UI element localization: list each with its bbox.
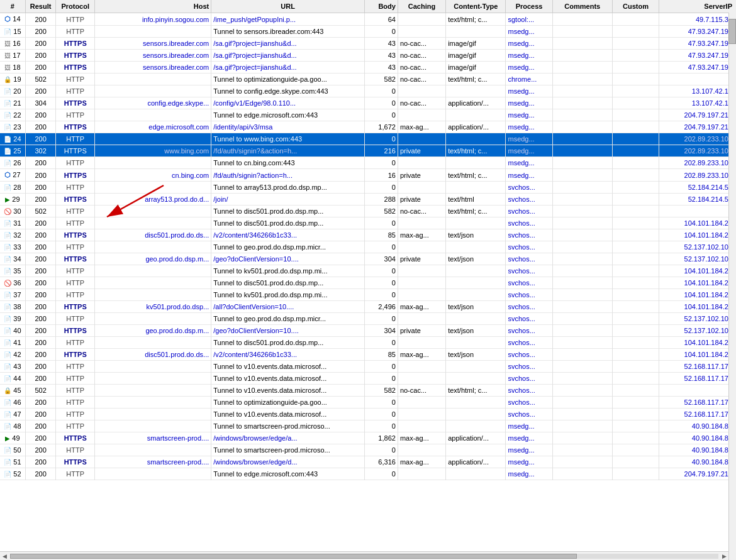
table-row[interactable]: 🖼 18200HTTPSsensors.ibreader.com/sa.gif?… — [0, 62, 736, 74]
cell-url: Tunnel to disc501.prod.do.dsp.mp... — [211, 337, 365, 349]
cell-body: 0 — [364, 373, 398, 385]
cell-protocol: HTTP — [56, 13, 94, 26]
col-header-url[interactable]: URL — [211, 0, 365, 13]
cell-num: 🖼 18 — [0, 62, 25, 74]
table-row[interactable]: 📄 15200HTTPTunnel to sensors.ibreader.co… — [0, 26, 736, 38]
scroll-right-button[interactable]: ▶ — [720, 553, 728, 559]
table-row[interactable]: 📄 32200HTTPSdisc501.prod.do.ds.../v2/con… — [0, 229, 736, 241]
col-header-comments[interactable]: Comments — [552, 0, 612, 13]
cell-protocol: HTTP — [56, 217, 94, 229]
hscrollbar-thumb[interactable] — [10, 554, 577, 559]
table-row[interactable]: 📄 33200HTTPTunnel to geo.prod.do.dsp.mp.… — [0, 241, 736, 253]
col-header-serverip[interactable]: ServerIP — [659, 0, 736, 13]
table-row[interactable]: 📄 41200HTTPTunnel to disc501.prod.do.dsp… — [0, 337, 736, 349]
vertical-scrollbar[interactable] — [728, 0, 736, 560]
cell-result: 200 — [25, 157, 56, 169]
table-row[interactable]: 📄 47200HTTPTunnel to v10.events.data.mic… — [0, 409, 736, 420]
cell-body: 0 — [364, 265, 398, 277]
table-row[interactable]: 📄 40200HTTPSgeo.prod.do.dsp.m.../geo?doC… — [0, 325, 736, 337]
table-row[interactable]: 📄 24200HTTPTunnel to www.bing.com:4430ms… — [0, 133, 736, 145]
col-header-result[interactable]: Result — [25, 0, 56, 13]
table-row[interactable]: 📄 50200HTTPTunnel to smartscreen-prod.mi… — [0, 444, 736, 456]
table-row[interactable]: 📄 42200HTTPSdisc501.prod.do.ds.../v2/con… — [0, 349, 736, 361]
table-row[interactable]: 📄 46200HTTPTunnel to optimizationguide-p… — [0, 397, 736, 409]
cell-protocol: HTTPS — [56, 325, 94, 337]
cell-url: /v2/content/346266b1c33... — [211, 349, 365, 361]
col-header-num[interactable]: # — [0, 0, 25, 13]
cell-serverip: 52.137.102.105 — [659, 325, 736, 337]
cell-num: 🚫 30 — [0, 206, 25, 217]
cell-content-type: image/gif — [446, 38, 506, 50]
cell-caching — [398, 13, 445, 26]
cell-protocol: HTTP — [56, 397, 94, 409]
table-row[interactable]: 📄 48200HTTPTunnel to smartscreen-prod.mi… — [0, 420, 736, 432]
cell-content-type — [446, 217, 506, 229]
table-row[interactable]: ⬡ 27200HTTPScn.bing.com/fd/auth/signin?a… — [0, 169, 736, 182]
cell-host — [94, 373, 211, 385]
cell-protocol: HTTP — [56, 133, 94, 145]
cell-caching — [398, 444, 445, 456]
col-header-body[interactable]: Body — [364, 0, 398, 13]
table-row[interactable]: 📄 28200HTTPTunnel to array513.prod.do.ds… — [0, 182, 736, 194]
cell-comments — [552, 169, 612, 182]
cell-custom — [612, 85, 659, 97]
col-header-content[interactable]: Content-Type — [446, 0, 506, 13]
cell-num: 📄 44 — [0, 373, 25, 385]
horizontal-scrollbar[interactable]: ◀ ▶ — [0, 551, 728, 560]
cell-protocol: HTTP — [56, 206, 94, 217]
table-row[interactable]: 📄 21304HTTPSconfig.edge.skype.../config/… — [0, 97, 736, 109]
cell-caching — [398, 409, 445, 420]
table-row[interactable]: 📄 38200HTTPSkv501.prod.do.dsp.../all?doC… — [0, 301, 736, 313]
cell-body: 0 — [364, 97, 398, 109]
table-row[interactable]: 🔒 19502HTTPTunnel to optimizationguide-p… — [0, 74, 736, 85]
col-header-custom[interactable]: Custom — [612, 0, 659, 13]
cell-comments — [552, 253, 612, 265]
table-row[interactable]: 🖼 16200HTTPSsensors.ibreader.com/sa.gif?… — [0, 38, 736, 50]
cell-process: msedg... — [506, 420, 552, 432]
table-row[interactable]: 🖼 17200HTTPSsensors.ibreader.com/sa.gif?… — [0, 50, 736, 62]
table-row[interactable]: ▶ 49200HTTPSsmartscreen-prod..../windows… — [0, 432, 736, 444]
cell-serverip: 104.101.184.20 — [659, 277, 736, 289]
cell-process: svchos... — [506, 409, 552, 420]
cell-caching — [398, 289, 445, 301]
cell-protocol: HTTP — [56, 361, 94, 373]
scroll-left-button[interactable]: ◀ — [0, 553, 9, 559]
table-row[interactable]: 📄 44200HTTPTunnel to v10.events.data.mic… — [0, 373, 736, 385]
col-header-protocol[interactable]: Protocol — [56, 0, 94, 13]
cell-caching: private — [398, 145, 445, 157]
table-row[interactable]: 📄 51200HTTPSsmartscreen-prod..../windows… — [0, 456, 736, 468]
table-row[interactable]: 📄 39200HTTPTunnel to geo.prod.do.dsp.mp.… — [0, 313, 736, 325]
table-row[interactable]: 📄 31200HTTPTunnel to disc501.prod.do.dsp… — [0, 217, 736, 229]
cell-custom — [612, 301, 659, 313]
table-row[interactable]: 🚫 30502HTTPTunnel to disc501.prod.do.dsp… — [0, 206, 736, 217]
cell-content-type: text/html; c... — [446, 385, 506, 397]
cell-serverip: 104.101.184.20 — [659, 349, 736, 361]
cell-content-type — [446, 468, 506, 480]
cell-custom — [612, 206, 659, 217]
table-row[interactable]: 📄 35200HTTPTunnel to kv501.prod.do.dsp.m… — [0, 265, 736, 277]
table-row[interactable]: 📄 26200HTTPTunnel to cn.bing.com:4430mse… — [0, 157, 736, 169]
cell-body: 0 — [364, 313, 398, 325]
table-row[interactable]: 📄 25302HTTPSwww.bing.com/fd/auth/signin?… — [0, 145, 736, 157]
scrollbar-thumb[interactable] — [728, 19, 736, 44]
table-row[interactable]: 🔒 45502HTTPTunnel to v10.events.data.mic… — [0, 385, 736, 397]
cell-comments — [552, 373, 612, 385]
cell-content-type — [446, 361, 506, 373]
col-header-caching[interactable]: Caching — [398, 0, 445, 13]
table-row[interactable]: 📄 37200HTTPTunnel to kv501.prod.do.dsp.m… — [0, 289, 736, 301]
table-row[interactable]: 📄 52200HTTPTunnel to edge.microsoft.com:… — [0, 468, 736, 480]
table-row[interactable]: ▶ 29200HTTPSarray513.prod.do.d.../join/2… — [0, 194, 736, 206]
table-row[interactable]: ⬡ 14200HTTPinfo.pinyin.sogou.com/ime_pus… — [0, 13, 736, 26]
table-row[interactable]: 📄 22200HTTPTunnel to edge.microsoft.com:… — [0, 109, 736, 121]
table-row[interactable]: 📄 20200HTTPTunnel to config.edge.skype.c… — [0, 85, 736, 97]
col-header-host[interactable]: Host — [94, 0, 211, 13]
table-row[interactable]: 🚫 36200HTTPTunnel to disc501.prod.do.dsp… — [0, 277, 736, 289]
cell-custom — [612, 133, 659, 145]
table-row[interactable]: 📄 23200HTTPSedge.microsoft.com/identity/… — [0, 121, 736, 133]
cell-url: /windows/browser/edge/d... — [211, 456, 365, 468]
col-header-process[interactable]: Process — [506, 0, 552, 13]
cell-content-type — [446, 277, 506, 289]
table-row[interactable]: 📄 34200HTTPSgeo.prod.do.dsp.m.../geo?doC… — [0, 253, 736, 265]
table-row[interactable]: 📄 43200HTTPTunnel to v10.events.data.mic… — [0, 361, 736, 373]
cell-serverip: 40.90.184.82 — [659, 456, 736, 468]
